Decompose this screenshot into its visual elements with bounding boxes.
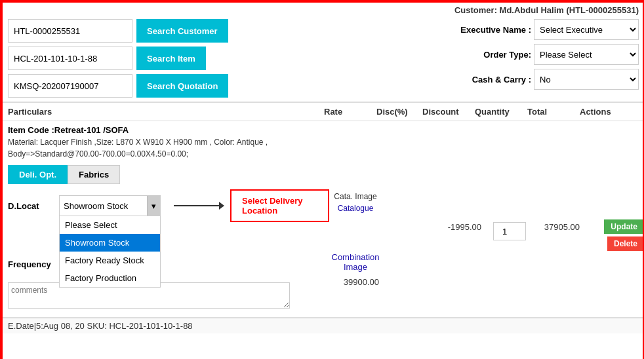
item-body-line: Body=>Standard@700.00-700.00=0.00X4.50=0…: [8, 148, 639, 160]
item-code-line: Item Code :Retreat-101 /SOFA: [8, 125, 639, 135]
cash-carry-select[interactable]: No: [534, 69, 639, 90]
cash-carry-label: Cash & Carry :: [459, 75, 531, 85]
search-customer-button[interactable]: Search Customer: [136, 19, 228, 43]
col-particulars: Particulars: [8, 107, 324, 117]
col-total: Total: [527, 107, 580, 117]
total2-value: 39900.00: [344, 277, 382, 287]
dropdown-option-factory-ready[interactable]: Factory Ready Stock: [60, 252, 160, 269]
col-discount: Discount: [422, 107, 475, 117]
discount-cell: -1995.00: [428, 189, 487, 232]
quotation-input[interactable]: [8, 74, 132, 98]
dropdown-option-factory-production[interactable]: Factory Production: [60, 269, 160, 287]
tab-fabrics[interactable]: Fabrics: [68, 165, 120, 184]
dlocat-dropdown[interactable]: Showroom Stock ▾: [59, 195, 161, 216]
col-quantity: Quantity: [475, 107, 527, 117]
total-value: 37905.00: [544, 222, 582, 232]
col-disc: Disc(%): [376, 107, 422, 117]
col-rate: Rate: [324, 107, 376, 117]
cata-image-label: Cata. Image: [334, 192, 376, 201]
footer-text: E.Date|5:Aug 08, 20 SKU: HCL-201-101-10-…: [8, 321, 193, 331]
dropdown-option-please-select[interactable]: Please Select: [60, 216, 160, 234]
col-actions: Actions: [580, 107, 639, 117]
customer-input[interactable]: [8, 19, 132, 43]
search-item-button[interactable]: Search Item: [136, 47, 206, 70]
delete-button[interactable]: Delete: [607, 236, 644, 251]
discount-value: -1995.00: [448, 222, 484, 232]
disc-cell: [382, 189, 428, 192]
tab-deli-opt[interactable]: Deli. Opt.: [8, 165, 68, 184]
order-type-label: Order Type:: [459, 50, 531, 60]
customer-info: Customer: Md.Abdul Halim (HTL-0000255531…: [454, 5, 639, 15]
delivery-location-box: Select Delivery Location: [230, 189, 329, 222]
dlocat-arrow-icon[interactable]: ▾: [147, 196, 160, 216]
dlocat-dropdown-menu: Please Select Showroom Stock Factory Rea…: [59, 216, 161, 288]
frequency-label: Frequency: [8, 259, 54, 269]
actions-cell: Update Delete: [585, 189, 644, 251]
item-input[interactable]: [8, 47, 132, 70]
combination-link[interactable]: Combination Image: [329, 252, 382, 272]
quantity-input[interactable]: [493, 222, 526, 240]
dropdown-option-showroom-stock[interactable]: Showroom Stock: [60, 234, 160, 252]
executive-select[interactable]: Select Executive: [534, 19, 639, 40]
dlocat-selected-value: Showroom Stock: [64, 201, 128, 211]
catalogue-link[interactable]: Catalogue: [338, 204, 374, 213]
quantity-cell[interactable]: [487, 189, 533, 240]
dlocat-label: D.Locat: [8, 201, 54, 211]
item-material-line: Material: Lacquer Finish ,Size: L870 X W…: [8, 136, 639, 148]
search-quotation-button[interactable]: Search Quotation: [136, 74, 228, 98]
executive-label: Executive Name :: [459, 25, 531, 35]
item-left-panel: D.Locat Showroom Stock ▾ Please Select S…: [8, 189, 329, 313]
rate-cell: Cata. Image Catalogue Combination Image …: [329, 189, 382, 287]
total-cell: 37905.00: [533, 189, 585, 232]
update-button[interactable]: Update: [604, 219, 644, 234]
order-type-select[interactable]: Please Select: [534, 44, 639, 65]
